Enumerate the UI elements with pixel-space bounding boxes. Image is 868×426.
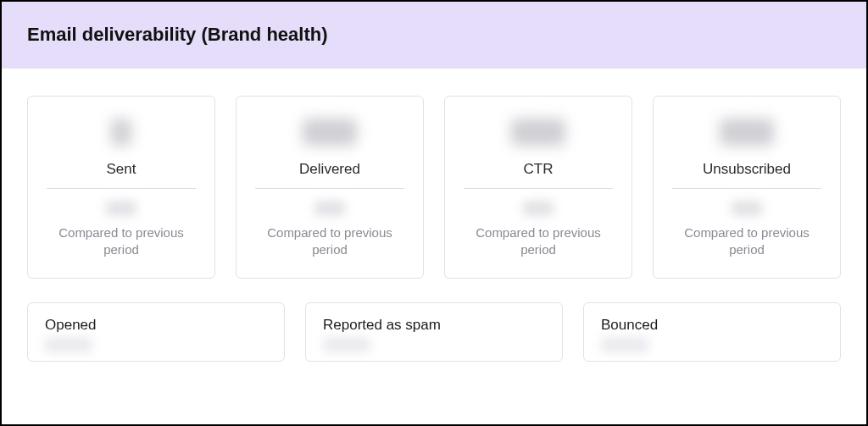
stat-card-ctr: CTR Compared to previous period bbox=[444, 96, 632, 279]
stat-value-blurred bbox=[111, 119, 131, 146]
mini-card-opened: Opened bbox=[27, 302, 285, 362]
stat-label: Unsubscribed bbox=[669, 161, 825, 178]
compare-text: Compared to previous period bbox=[43, 224, 199, 259]
stat-label: CTR bbox=[460, 161, 616, 178]
stat-delta-blurred bbox=[314, 201, 345, 216]
mini-card-bounced: Bounced bbox=[583, 302, 841, 362]
mini-cards-row: Opened Reported as spam Bounced bbox=[27, 302, 841, 362]
compare-text: Compared to previous period bbox=[669, 224, 825, 259]
panel-frame: Email deliverability (Brand health) Sent… bbox=[0, 0, 868, 426]
stat-cards-row: Sent Compared to previous period Deliver… bbox=[27, 96, 841, 279]
mini-value-blurred bbox=[601, 337, 648, 352]
compare-text: Compared to previous period bbox=[252, 224, 408, 259]
stat-delta-blurred bbox=[523, 201, 554, 216]
divider bbox=[464, 188, 613, 189]
panel-content: Sent Compared to previous period Deliver… bbox=[2, 69, 866, 362]
divider bbox=[672, 188, 821, 189]
stat-label: Sent bbox=[43, 161, 199, 178]
divider bbox=[47, 188, 196, 189]
stat-value-blurred bbox=[303, 119, 357, 146]
panel-header: Email deliverability (Brand health) bbox=[2, 2, 866, 69]
panel-title: Email deliverability (Brand health) bbox=[27, 24, 841, 46]
stat-card-delivered: Delivered Compared to previous period bbox=[236, 96, 424, 279]
stat-card-sent: Sent Compared to previous period bbox=[27, 96, 215, 279]
compare-text: Compared to previous period bbox=[460, 224, 616, 259]
mini-card-label: Reported as spam bbox=[323, 317, 545, 334]
stat-value-blurred bbox=[511, 119, 565, 146]
stat-value-blurred bbox=[720, 119, 774, 146]
mini-card-reported-spam: Reported as spam bbox=[305, 302, 563, 362]
stat-card-unsubscribed: Unsubscribed Compared to previous period bbox=[653, 96, 841, 279]
divider bbox=[255, 188, 404, 189]
stat-label: Delivered bbox=[252, 161, 408, 178]
mini-value-blurred bbox=[323, 337, 370, 352]
mini-card-label: Opened bbox=[45, 317, 267, 334]
stat-delta-blurred bbox=[106, 201, 136, 216]
mini-value-blurred bbox=[45, 337, 92, 352]
mini-card-label: Bounced bbox=[601, 317, 823, 334]
stat-delta-blurred bbox=[732, 201, 762, 216]
